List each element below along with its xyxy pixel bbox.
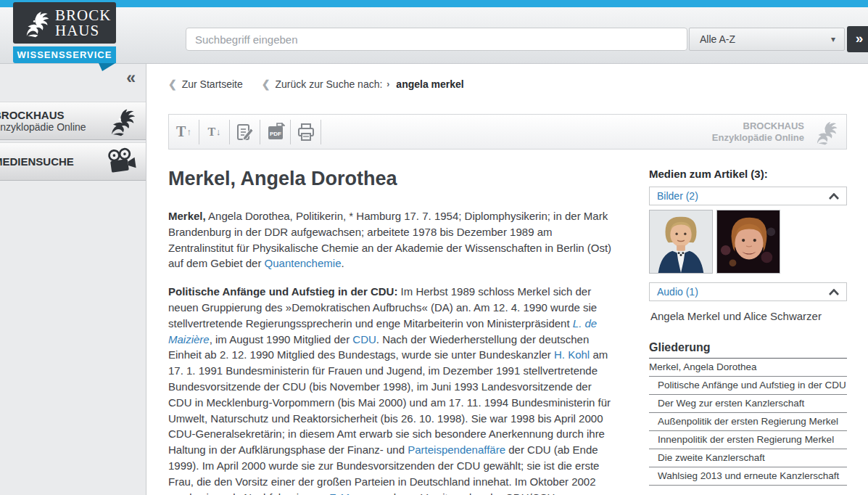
chevron-up-icon xyxy=(829,193,839,200)
brockhaus-page: Alle A-Z ▾ » BROCK HAUS WISSENSSERVICE «… xyxy=(0,0,868,495)
wissensservice-banner: WISSENSSERVICE xyxy=(13,46,116,63)
scope-dropdown[interactable]: Alle A-Z ▾ xyxy=(689,28,845,51)
toolbar-brand: BROCKHAUS Enzyklopädie Online xyxy=(712,118,846,146)
audio-panel-toggle[interactable]: Audio (1) xyxy=(649,282,847,301)
brand-line2: Enzyklopädie Online xyxy=(712,132,804,144)
outline-item[interactable]: Politische Anfänge und Aufstieg in der C… xyxy=(649,377,847,395)
pdf-export-icon: PDF xyxy=(266,123,285,142)
sidebar-collapse-icon[interactable]: « xyxy=(126,68,136,88)
sidebar-item-title: MEDIENSUCHE xyxy=(0,155,74,168)
article-link[interactable]: F. Merz xyxy=(328,491,364,495)
bilder-panel-label: Bilder (2) xyxy=(657,190,698,202)
breadcrumb-home-link[interactable]: Zur Startseite xyxy=(182,78,243,90)
outline-item[interactable]: Die zweite Kanzlerschaft xyxy=(649,449,847,467)
brand-line1: BROCKHAUS xyxy=(712,120,804,132)
outline-item[interactable]: Innenpolitik der ersten Regierung Merkel xyxy=(649,431,847,449)
note-edit-icon xyxy=(236,123,255,142)
article-link[interactable]: Quantenchemie xyxy=(265,257,342,269)
arrow-down-icon: ↓ xyxy=(216,126,221,137)
audio-item-link[interactable]: Angela Merkel und Alice Schwarzer xyxy=(650,310,847,322)
pdf-export-button[interactable]: PDF xyxy=(260,120,291,144)
outline-item[interactable]: Außenpolitik der ersten Regierung Merkel xyxy=(649,413,847,431)
search-input[interactable] xyxy=(186,28,687,51)
sidebar-item-subtitle: Enzyklopädie Online xyxy=(0,121,86,134)
media-rail: Medien zum Artikel (3): Bilder (2) xyxy=(649,168,847,486)
search-submit-button[interactable]: » xyxy=(847,26,868,52)
chevron-up-icon xyxy=(829,289,839,295)
print-icon xyxy=(297,123,315,142)
forward-chevron-icon: › xyxy=(387,79,389,89)
sidebar-item-enzyklopaedie[interactable]: BROCKHAUS Enzyklopädie Online xyxy=(0,102,146,140)
print-button[interactable] xyxy=(291,120,321,144)
arrow-up-icon: ↑ xyxy=(186,126,191,137)
article-toolbar: T↑ T↓ PDF xyxy=(168,114,847,150)
merkel-portrait-blazer-thumbnail[interactable] xyxy=(649,210,713,274)
movie-camera-icon xyxy=(105,146,137,178)
outline-list: Merkel, Angela DorotheaPolitische Anfäng… xyxy=(649,359,847,486)
griffin-icon xyxy=(105,105,137,137)
audio-panel-label: Audio (1) xyxy=(657,286,698,298)
outline-item[interactable]: Der Weg zur ersten Kanzlerschaft xyxy=(649,395,847,413)
outline-item[interactable]: Merkel, Angela Dorothea xyxy=(649,359,847,377)
font-decrease-button[interactable]: T↓ xyxy=(199,120,230,144)
article-paragraph: Merkel, Angela Dorothea, Politikerin, * … xyxy=(168,208,618,271)
sidebar-item-title: BROCKHAUS xyxy=(0,109,86,121)
image-thumbnails xyxy=(649,210,847,274)
sidebar-item-mediensuche[interactable]: MEDIENSUCHE xyxy=(0,142,146,181)
caret-down-icon: ▾ xyxy=(831,34,835,44)
article-title: Merkel, Angela Dorothea xyxy=(168,168,618,190)
article-paragraph: Politische Anfänge und Aufstieg in der C… xyxy=(168,284,618,495)
outline-heading: Gliederung xyxy=(649,341,847,359)
logo-text: BROCK HAUS xyxy=(55,8,111,38)
sidebar: « BROCKHAUS Enzyklopädie Online MEDIENSU… xyxy=(0,64,146,495)
breadcrumb-search-query: angela merkel xyxy=(396,78,463,90)
outline-item[interactable]: Wahlsieg 2013 und erneute Kanzlerschaft xyxy=(649,467,847,486)
main-content: ❮ Zur Startseite ❮ Zurück zur Suche nach… xyxy=(147,64,868,495)
back-chevron-icon: ❮ xyxy=(168,78,177,90)
note-edit-button[interactable] xyxy=(230,120,260,144)
bilder-panel-toggle[interactable]: Bilder (2) xyxy=(649,187,847,205)
article-link[interactable]: Parteispendenaffäre xyxy=(408,443,505,456)
article-link[interactable]: H. Kohl xyxy=(554,348,590,361)
top-accent-bar xyxy=(0,0,868,7)
breadcrumb-back-to-search-link[interactable]: Zurück zur Suche nach: xyxy=(276,78,383,90)
scope-dropdown-value: Alle A-Z xyxy=(700,33,735,45)
breadcrumb: ❮ Zur Startseite ❮ Zurück zur Suche nach… xyxy=(168,78,464,90)
griffin-icon xyxy=(811,118,839,146)
merkel-closeup-thumbnail[interactable] xyxy=(716,210,780,274)
brockhaus-logo[interactable]: BROCK HAUS xyxy=(13,2,116,44)
outline-section: Gliederung Merkel, Angela DorotheaPoliti… xyxy=(649,341,847,486)
griffin-icon xyxy=(20,8,51,38)
svg-text:PDF: PDF xyxy=(270,131,281,137)
font-increase-button[interactable]: T↑ xyxy=(169,120,199,144)
back-chevron-icon: ❮ xyxy=(262,78,270,90)
article-body: Merkel, Angela Dorothea Merkel, Angela D… xyxy=(168,168,618,495)
header: Alle A-Z ▾ » xyxy=(0,7,868,64)
article-link[interactable]: CDU xyxy=(352,333,376,345)
media-heading: Medien zum Artikel (3): xyxy=(649,168,847,180)
